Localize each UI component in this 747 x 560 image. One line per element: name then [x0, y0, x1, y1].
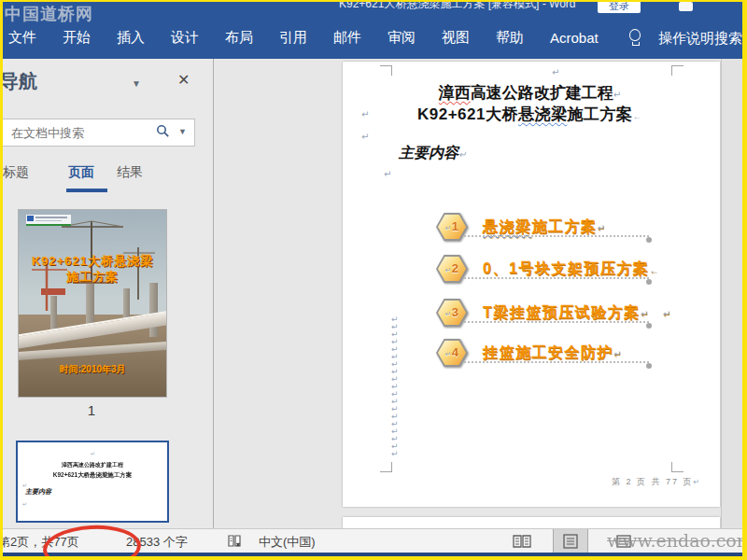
line-break-mark: ←	[632, 111, 642, 121]
paragraph-mark: ↵	[361, 132, 369, 142]
read-mode-button[interactable]	[507, 529, 537, 553]
hexagon-badge-1: ↵1	[436, 213, 468, 241]
search-icon[interactable]	[156, 124, 170, 138]
tab-acrobat[interactable]: Acrobat	[550, 30, 599, 46]
navigation-pane: 导航 ▼ ✕ ▼ 标题 页面 结果	[3, 59, 213, 528]
section-heading: 主要内容↵	[399, 144, 466, 163]
thumb2-line1: 漳西高速公路改扩建工程	[23, 461, 161, 469]
thumb2-line3: 主要内容	[25, 487, 51, 497]
tab-home[interactable]: 开始	[63, 29, 91, 47]
cover-title-line1: K92+621大桥悬浇梁	[19, 253, 166, 270]
dotted-rule	[464, 321, 649, 323]
print-layout-icon	[562, 533, 579, 550]
rule-end-dot	[646, 237, 652, 243]
title-bar: K92+621大桥悬浇梁施工方案 [兼容模式] - Word 登录	[3, 2, 742, 17]
paragraph-mark: ↵	[663, 309, 672, 319]
nav-tab-pages[interactable]: 页面	[68, 164, 94, 181]
list-item-2: 0、1号块支架预压方案←	[483, 259, 660, 279]
document-page-2[interactable]: ↵ 漳西高速公路改扩建工程↵ K92+621大桥悬浇梁施工方案← ↵ ↵ 主要内…	[343, 62, 720, 507]
dotted-rule	[464, 361, 649, 363]
paragraph-mark: ↵	[91, 450, 95, 456]
dotted-rule	[464, 277, 649, 279]
hexagon-badge-3: ↵3	[436, 299, 468, 327]
cover-date: 时间:2010年3月	[19, 363, 166, 376]
screenshot-yellow-frame: K92+621大桥悬浇梁施工方案 [兼容模式] - Word 登录 文件 开始 …	[0, 0, 747, 560]
crop-mark	[380, 65, 392, 76]
word-window: K92+621大桥悬浇梁施工方案 [兼容模式] - Word 登录 文件 开始 …	[3, 2, 742, 556]
paragraph-mark: ↵	[613, 349, 623, 359]
tab-references[interactable]: 引用	[279, 29, 307, 47]
line-break-mark: ←	[649, 265, 660, 275]
tab-design[interactable]: 设计	[171, 29, 199, 47]
paragraph-mark: ↵	[458, 149, 466, 160]
rule-end-dot	[646, 279, 652, 285]
search-options-caret-icon[interactable]: ▼	[178, 127, 187, 136]
thumb2-line2: K92+621大桥悬浇梁施工方案	[23, 470, 161, 479]
crop-mark	[380, 462, 392, 472]
tab-file[interactable]: 文件	[8, 29, 36, 47]
paragraph-mark: ↵	[361, 109, 369, 119]
hexagon-badge-4: ↵4	[436, 339, 468, 367]
tab-view[interactable]: 视图	[442, 29, 470, 47]
tab-help[interactable]: 帮助	[496, 29, 524, 47]
proofing-error-icon[interactable]	[227, 533, 243, 549]
spellcheck-wavy-red: 漳西	[439, 84, 471, 102]
vertical-scrollbar[interactable]	[721, 59, 742, 528]
nav-tab-headings[interactable]: 标题	[3, 164, 29, 181]
paragraph-mark: ↵	[22, 500, 27, 507]
window-title: K92+621大桥悬浇梁施工方案 [兼容模式] - Word	[339, 2, 576, 12]
grammar-wavy-blue: 悬浇梁	[518, 105, 568, 123]
paragraph-mark: ↵	[391, 450, 404, 457]
sign-in-button[interactable]: 登录	[598, 2, 641, 13]
crop-mark	[671, 462, 684, 472]
page-thumbnail-1[interactable]: K92+621大桥悬浇梁 施工方案 时间:2010年3月	[18, 209, 167, 398]
paragraph-mark: ↵	[384, 169, 391, 179]
tab-insert[interactable]: 插入	[117, 29, 145, 47]
thumbnail-1-page-number: 1	[18, 402, 165, 418]
rule-end-dot	[646, 323, 652, 329]
tab-layout[interactable]: 布局	[225, 29, 253, 47]
cover-title-line2: 施工方案	[19, 269, 166, 286]
doc-title-line1: 漳西高速公路改扩建工程↵	[383, 82, 677, 104]
tab-review[interactable]: 审阅	[388, 29, 416, 47]
active-tab-underline	[66, 189, 107, 192]
page-footer: 第 2 页 共 77 页↵	[612, 476, 701, 488]
tab-mailings[interactable]: 邮件	[333, 29, 361, 47]
site-watermark-bottom: www.endao.com	[607, 530, 742, 551]
page-thumbnail-2-selected[interactable]: ↵ 漳西高速公路改扩建工程 K92+621大桥悬浇梁施工方案 ↵ 主要内容 ↵	[16, 441, 169, 523]
document-search-box[interactable]: ▼	[3, 119, 195, 147]
ribbon-options-button[interactable]	[679, 2, 693, 11]
dotted-rule	[464, 235, 649, 237]
list-item-1: 悬浇梁施工方案↵	[483, 217, 606, 237]
empty-paragraph-column: ↵↵↵↵↵↵↵↵↵↵↵↵↵↵↵↵↵↵↵	[391, 315, 404, 457]
paragraph-mark: ↵	[598, 223, 607, 233]
print-layout-button-selected[interactable]	[553, 529, 588, 553]
tell-me-search[interactable]: 操作说明搜索	[658, 30, 742, 48]
lightbulb-icon	[629, 29, 642, 46]
paragraph-mark: ↵	[641, 309, 650, 319]
paragraph-mark: ↵	[694, 478, 702, 486]
read-mode-icon	[512, 534, 532, 549]
paragraph-mark: ↵	[613, 90, 621, 100]
ribbon: 文件 开始 插入 设计 布局 引用 邮件 审阅 视图 帮助 Acrobat 操作…	[3, 17, 742, 59]
close-icon[interactable]: ✕	[177, 71, 190, 89]
crop-mark	[671, 65, 684, 76]
chevron-down-icon[interactable]: ▼	[132, 78, 141, 89]
navigation-pane-title: 导航	[3, 69, 37, 94]
search-input[interactable]	[9, 119, 153, 146]
ribbon-tab-row: 文件 开始 插入 设计 布局 引用 邮件 审阅 视图 帮助 Acrobat	[8, 17, 599, 59]
hexagon-badge-2: ↵2	[436, 255, 468, 283]
next-page-top[interactable]	[343, 517, 720, 528]
document-area: ↵ 漳西高速公路改扩建工程↵ K92+621大桥悬浇梁施工方案← ↵ ↵ 主要内…	[214, 59, 742, 528]
list-item-4: 挂篮施工安全防护↵	[483, 343, 623, 363]
paragraph-mark: ↵	[552, 67, 559, 77]
status-language[interactable]: 中文(中国)	[259, 534, 316, 551]
list-item-3: T梁挂篮预压试验方案↵↵	[483, 303, 672, 323]
site-watermark-top: 中国道桥网	[5, 3, 93, 25]
nav-tab-results[interactable]: 结果	[117, 164, 143, 181]
doc-title-line2: K92+621大桥悬浇梁施工方案←	[383, 104, 677, 125]
rule-end-dot	[646, 363, 652, 369]
cover-logo	[26, 215, 71, 226]
